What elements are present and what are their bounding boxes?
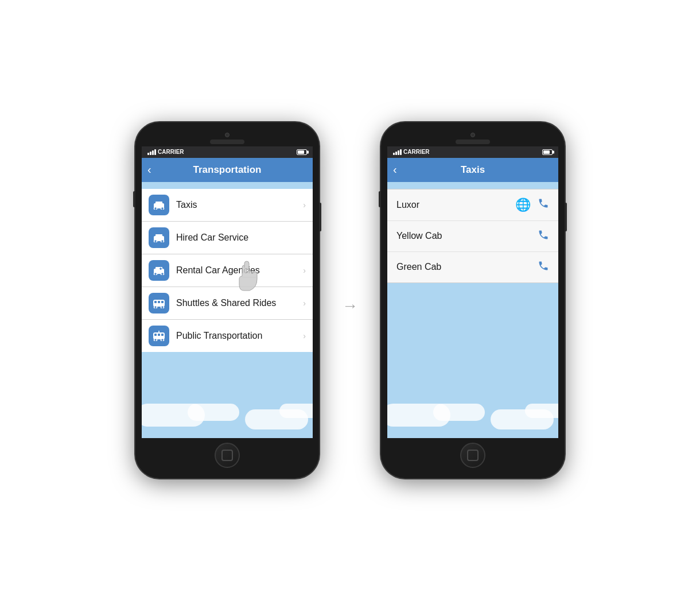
svg-point-6 (154, 239, 157, 242)
detail-item-yellow-cab[interactable]: Yellow Cab (387, 221, 558, 252)
detail-item-green-cab[interactable]: Green Cab (387, 252, 558, 282)
rental-car-label: Rental Car Agencies (176, 265, 303, 276)
battery-1 (297, 149, 307, 155)
svg-rect-5 (155, 234, 162, 237)
svg-point-7 (161, 239, 164, 242)
menu-list: Taxis › Hired Car S (142, 189, 313, 352)
yellow-cab-phone-icon[interactable] (538, 229, 549, 243)
public-transit-icon (149, 326, 169, 346)
green-cab-label: Green Cab (396, 262, 538, 272)
list-item-public-transit[interactable]: Public Transportation › (142, 320, 313, 352)
clouds-2 (387, 398, 558, 438)
carrier-label-1: CARRIER (158, 149, 184, 155)
screen-2: CARRIER ‹ Taxis Luxor 🌐 (387, 146, 558, 438)
content-1: Taxis › Hired Car S (142, 182, 313, 438)
shuttles-label: Shuttles & Shared Rides (176, 298, 303, 308)
svg-rect-21 (154, 334, 157, 336)
public-transit-chevron: › (303, 331, 306, 340)
svg-point-24 (154, 338, 157, 341)
svg-rect-22 (158, 334, 160, 336)
svg-point-25 (161, 338, 164, 341)
carrier-label-2: CARRIER (403, 149, 430, 155)
svg-point-11 (161, 272, 164, 275)
status-bar-1: CARRIER (142, 146, 313, 158)
list-item-taxis[interactable]: Taxis › (142, 189, 313, 222)
luxor-phone-icon[interactable] (538, 198, 549, 212)
rental-car-chevron: › (303, 266, 306, 275)
taxis-chevron: › (303, 200, 306, 210)
yellow-cab-label: Yellow Cab (396, 231, 538, 241)
detail-item-luxor[interactable]: Luxor 🌐 (387, 189, 558, 221)
nav-bar-1: ‹ Transportation (142, 158, 313, 182)
back-button-1[interactable]: ‹ (147, 163, 151, 176)
svg-rect-17 (161, 301, 164, 303)
signal-bars-1 (147, 149, 156, 155)
nav-title-2: Taxis (461, 164, 485, 176)
back-button-2[interactable]: ‹ (393, 163, 397, 176)
nav-bar-2: ‹ Taxis (387, 158, 558, 182)
screen-1: CARRIER ‹ Transportation (142, 146, 313, 438)
taxis-label: Taxis (176, 200, 303, 210)
green-cab-phone-icon[interactable] (538, 260, 549, 274)
list-item-hired-car[interactable]: Hired Car Service (142, 222, 313, 254)
luxor-label: Luxor (396, 200, 515, 210)
phone-top-2 (387, 129, 559, 146)
svg-point-18 (154, 305, 157, 308)
phone-2: CARRIER ‹ Taxis Luxor 🌐 (381, 122, 565, 478)
svg-point-10 (154, 272, 157, 275)
transition-arrow: → (342, 285, 358, 315)
home-button-2[interactable] (460, 443, 485, 468)
speaker-1 (210, 140, 244, 144)
status-left-2: CARRIER (393, 149, 430, 155)
rental-car-icon (149, 260, 169, 281)
list-item-rental-car[interactable]: Rental Car Agencies › (142, 254, 313, 287)
svg-point-2 (154, 207, 157, 210)
svg-point-19 (161, 305, 164, 308)
content-2: Luxor 🌐 Yellow Cab (387, 182, 558, 438)
hired-car-icon (149, 227, 169, 248)
clouds-1 (142, 398, 313, 438)
home-button-inner-1 (221, 450, 233, 461)
home-button-1[interactable] (215, 443, 240, 468)
shuttles-icon (149, 293, 169, 313)
svg-rect-23 (161, 334, 164, 336)
svg-rect-15 (154, 301, 157, 303)
home-button-inner-2 (467, 450, 479, 461)
battery-2 (542, 149, 553, 155)
shuttles-chevron: › (303, 299, 306, 308)
status-left-1: CARRIER (147, 149, 184, 155)
green-cab-actions (538, 260, 549, 274)
taxis-detail-list: Luxor 🌐 Yellow Cab (387, 189, 558, 283)
public-transit-label: Public Transportation (176, 331, 303, 341)
luxor-web-icon[interactable]: 🌐 (515, 198, 531, 212)
camera-2 (470, 133, 475, 137)
svg-rect-1 (155, 202, 162, 204)
arrow-icon: → (342, 297, 358, 315)
yellow-cab-actions (538, 229, 549, 243)
phone-1: CARRIER ‹ Transportation (135, 122, 319, 478)
camera-1 (225, 133, 230, 137)
status-bar-2: CARRIER (387, 146, 558, 158)
list-item-shuttles[interactable]: Shuttles & Shared Rides › (142, 287, 313, 320)
nav-title-1: Transportation (193, 164, 261, 176)
svg-rect-16 (158, 301, 160, 303)
phone-top-1 (141, 129, 313, 146)
taxis-icon (149, 195, 169, 215)
hired-car-label: Hired Car Service (176, 233, 306, 243)
signal-bars-2 (393, 149, 402, 155)
speaker-2 (456, 140, 490, 144)
svg-point-3 (161, 207, 164, 210)
luxor-actions: 🌐 (515, 198, 549, 212)
